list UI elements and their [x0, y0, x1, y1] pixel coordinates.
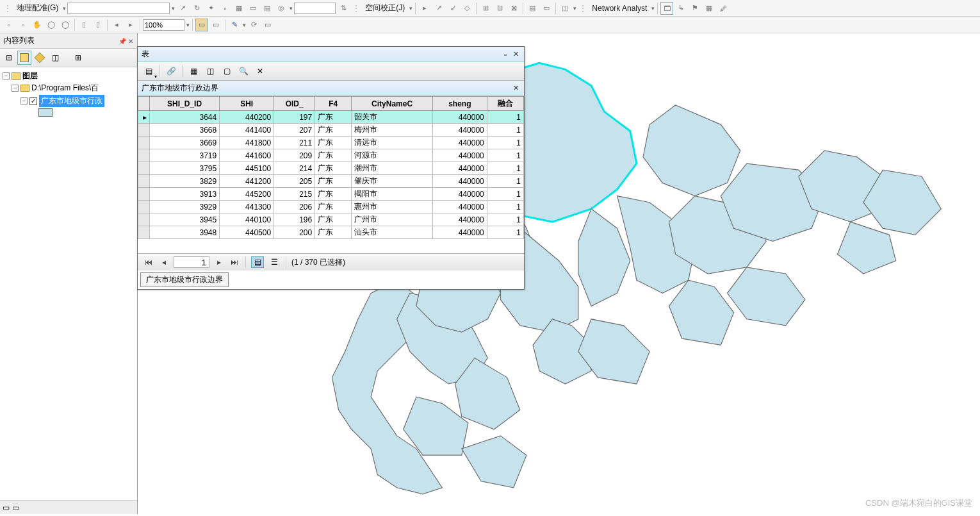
row-handle[interactable] [138, 162, 150, 175]
options-icon[interactable]: ⊞ [71, 51, 85, 65]
cell[interactable]: 1 [487, 124, 523, 137]
table-row[interactable]: 3913445200215广东揭阳市4400001 [138, 188, 524, 201]
cell[interactable]: 广东 [315, 175, 352, 188]
cell[interactable]: 广东 [315, 137, 352, 149]
row-handle[interactable] [138, 137, 150, 149]
adj-table-icon[interactable]: ▤ [526, 2, 539, 15]
tree-layer[interactable]: − ✓ 广东市地级市行政 [3, 94, 135, 108]
cell[interactable]: 汕头市 [352, 226, 432, 239]
layout-page-icon[interactable]: ▭ [209, 19, 222, 31]
next-record-icon[interactable]: ▸ [213, 256, 225, 268]
cell[interactable]: 揭阳市 [352, 188, 432, 201]
table-row[interactable]: 3945440100196广东广州市4400001 [138, 213, 524, 226]
cell[interactable]: 1 [487, 162, 523, 175]
cell[interactable]: 广东 [315, 188, 352, 201]
chevron-down-icon[interactable]: ▾ [242, 22, 246, 28]
georef-shift-icon[interactable]: ✦ [204, 2, 217, 15]
zoom-level-input[interactable] [143, 19, 184, 31]
cell[interactable]: 440500 [220, 226, 274, 239]
cell[interactable]: 445100 [220, 162, 274, 175]
table-options-icon[interactable]: ▤▾ [142, 64, 156, 78]
cell[interactable]: 1 [487, 149, 523, 162]
chevron-down-icon[interactable]: ▾ [62, 5, 66, 12]
column-header[interactable]: F4 [315, 97, 352, 111]
cell[interactable]: 3644 [150, 111, 220, 124]
cell[interactable]: 440000 [432, 137, 487, 149]
zoom-full-icon[interactable]: ◯ [45, 19, 58, 31]
adj-grid-icon[interactable]: ⊞ [479, 2, 492, 15]
select-by-attr-icon[interactable]: ▦ [186, 64, 200, 78]
collapse-icon[interactable]: − [3, 72, 10, 79]
row-handle[interactable] [138, 124, 150, 137]
table-row[interactable]: 3948440500200广东汕头市4400001 [138, 226, 524, 239]
catalog-icon[interactable]: ▭ [261, 19, 274, 31]
chevron-down-icon[interactable]: ▾ [409, 5, 412, 12]
footer-tab1-icon[interactable]: ▭ [3, 503, 10, 512]
cell[interactable]: 惠州市 [352, 201, 432, 213]
list-by-selection-icon[interactable]: ◫ [48, 51, 62, 65]
list-by-visibility-icon[interactable] [33, 51, 47, 65]
list-by-source-icon[interactable] [17, 51, 31, 65]
table-row[interactable]: 3929441300206广东惠州市4400001 [138, 201, 524, 213]
row-handle[interactable] [138, 213, 150, 226]
cell[interactable]: 215 [274, 188, 315, 201]
chevron-down-icon[interactable]: ▾ [573, 5, 576, 12]
cell[interactable]: 440000 [432, 149, 487, 162]
na-directions-icon[interactable]: 🖉 [717, 2, 730, 15]
na-route-icon[interactable]: ↳ [674, 2, 687, 15]
column-header[interactable]: CityNameC [352, 97, 432, 111]
grip-icon[interactable]: ⋮ [351, 4, 361, 13]
footer-tab2-icon[interactable]: ▭ [12, 503, 19, 512]
bookmark1-icon[interactable]: ▯ [78, 19, 90, 31]
collapse-icon[interactable]: − [12, 85, 19, 92]
cell[interactable]: 1 [487, 226, 523, 239]
bookmark2-icon[interactable]: ▯ [92, 19, 104, 31]
cell[interactable]: 1 [487, 175, 523, 188]
georef-target-icon[interactable]: ◎ [275, 2, 288, 15]
georef-menu[interactable]: 地理配准(G) [14, 3, 61, 13]
na-solve-icon[interactable]: ▦ [703, 2, 715, 15]
cell[interactable]: 3795 [150, 162, 220, 175]
table-row[interactable]: 3795445100214广东潮州市4400001 [138, 162, 524, 175]
georef-tool-icon[interactable]: ↗ [176, 2, 189, 15]
georef-view-icon[interactable]: ▭ [247, 2, 259, 15]
list-by-drawing-icon[interactable]: ⊟ [2, 51, 16, 65]
chevron-down-icon[interactable]: ▾ [651, 5, 655, 12]
adj-link2-icon[interactable]: ↙ [446, 2, 459, 15]
cell[interactable]: 广东 [315, 226, 352, 239]
georef-table-icon[interactable]: ▤ [261, 2, 274, 15]
layout-data-icon[interactable]: ▭ [195, 19, 208, 31]
cell[interactable]: 广东 [315, 124, 352, 137]
attribute-grid[interactable]: SHI_D_IDSHIOID_F4CityNameCsheng融合 ▸36444… [138, 96, 524, 253]
record-number-input[interactable] [174, 256, 209, 268]
na-flag-icon[interactable]: ⚑ [689, 2, 701, 15]
cell[interactable]: 209 [274, 149, 315, 162]
adj-attr-icon[interactable]: ◫ [559, 2, 571, 15]
cell[interactable]: 445200 [220, 188, 274, 201]
cell[interactable]: 3945 [150, 213, 220, 226]
cell[interactable]: 440000 [432, 111, 487, 124]
column-header[interactable]: SHI_D_ID [150, 97, 220, 111]
column-header[interactable]: sheng [432, 97, 487, 111]
forward-icon[interactable]: ▸ [124, 19, 137, 31]
cell[interactable]: 214 [274, 162, 315, 175]
table-row[interactable]: ▸3644440200197广东韶关市4400001 [138, 111, 524, 124]
column-header[interactable]: 融合 [487, 97, 523, 111]
cell[interactable]: 河源市 [352, 149, 432, 162]
tree-root[interactable]: − 图层 [3, 70, 135, 82]
georef-layer-combo[interactable] [67, 3, 170, 14]
cell[interactable]: 440000 [432, 188, 487, 201]
open-icon[interactable]: ▫ [17, 19, 29, 31]
cell[interactable]: 3913 [150, 188, 220, 201]
cell[interactable]: 1 [487, 213, 523, 226]
refresh-icon[interactable]: ⟳ [247, 19, 260, 31]
cell[interactable]: 1 [487, 188, 523, 201]
cell[interactable]: 440200 [220, 111, 274, 124]
tree-folder[interactable]: − D:\Program Files\百 [3, 82, 135, 94]
row-handle[interactable] [138, 226, 150, 239]
cell[interactable]: 广东 [315, 201, 352, 213]
cell[interactable]: 清远市 [352, 137, 432, 149]
zoom-prev-icon[interactable]: ◯ [59, 19, 72, 31]
cell[interactable]: 440000 [432, 213, 487, 226]
pin-icon[interactable]: 📌 [118, 38, 126, 45]
